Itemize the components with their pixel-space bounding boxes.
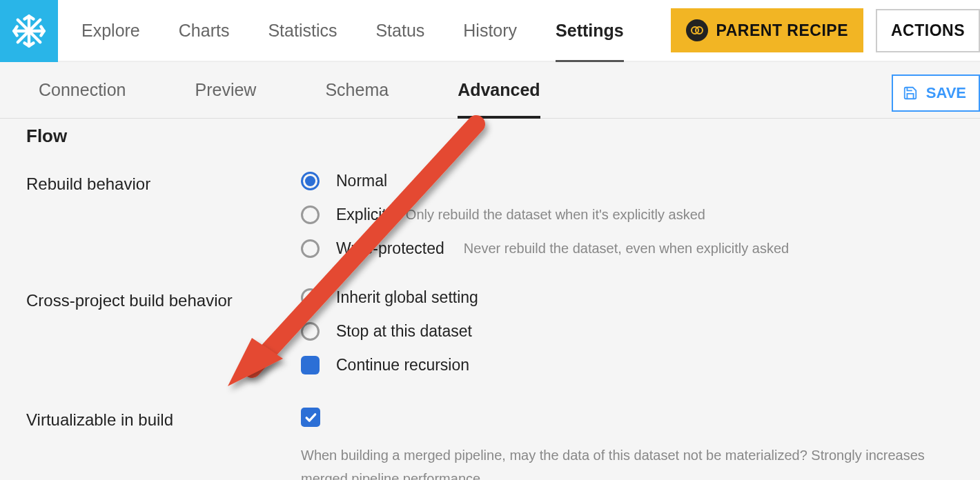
subtab-preview[interactable]: Preview (195, 62, 256, 119)
check-icon (304, 410, 317, 424)
virtualizable-checkbox[interactable] (301, 408, 320, 427)
cross-project-row: Cross-project build behavior Inherit glo… (26, 288, 980, 374)
option-stop[interactable]: Stop at this dataset (301, 322, 478, 341)
settings-content: Flow Rebuild behavior Normal Explicit On… (0, 126, 980, 480)
option-explicit[interactable]: Explicit Only rebuild the dataset when i… (301, 206, 789, 224)
snowflake-logo (0, 0, 58, 62)
virtualizable-row: Virtualizable in build When building a m… (26, 408, 980, 480)
save-button[interactable]: SAVE (892, 74, 980, 112)
label-explicit: Explicit (336, 206, 386, 224)
label-write-protected: Write-protected (336, 239, 444, 258)
radio-normal[interactable] (301, 172, 320, 190)
save-icon (903, 86, 918, 101)
subtab-advanced[interactable]: Advanced (458, 62, 540, 119)
option-inherit[interactable]: Inherit global setting (301, 288, 478, 307)
radio-write-protected[interactable] (301, 239, 320, 258)
subtab-schema[interactable]: Schema (325, 62, 389, 119)
tab-explore[interactable]: Explore (81, 0, 140, 61)
rebuild-behavior-row: Rebuild behavior Normal Explicit Only re… (26, 172, 980, 258)
radio-inherit[interactable] (301, 288, 320, 307)
flow-heading: Flow (26, 126, 980, 147)
parent-recipe-button[interactable]: PARENT RECIPE (671, 8, 863, 52)
sub-tabs: Connection Preview Schema Advanced (39, 62, 540, 119)
tab-settings[interactable]: Settings (556, 0, 624, 61)
rebuild-options: Normal Explicit Only rebuild the dataset… (301, 172, 789, 258)
hint-explicit: Only rebuild the dataset when it's expli… (406, 207, 705, 223)
virtualizable-label: Virtualizable in build (26, 408, 301, 430)
recipe-icon (686, 19, 708, 41)
radio-continue[interactable] (301, 356, 320, 374)
virtualizable-hint: When building a merged pipeline, may the… (301, 443, 963, 480)
virtualizable-control: When building a merged pipeline, may the… (301, 408, 963, 480)
radio-explicit[interactable] (301, 206, 320, 224)
tab-history[interactable]: History (463, 0, 517, 61)
label-inherit: Inherit global setting (336, 288, 478, 307)
tab-charts[interactable]: Charts (179, 0, 230, 61)
actions-button[interactable]: ACTIONS (876, 9, 980, 52)
rebuild-behavior-label: Rebuild behavior (26, 172, 301, 194)
subtab-connection[interactable]: Connection (39, 62, 126, 119)
radio-stop[interactable] (301, 322, 320, 341)
hint-write-protected: Never rebuild the dataset, even when exp… (464, 241, 789, 257)
option-write-protected[interactable]: Write-protected Never rebuild the datase… (301, 239, 789, 258)
option-continue[interactable]: Continue recursion (301, 356, 478, 374)
tab-status[interactable]: Status (375, 0, 424, 61)
option-normal[interactable]: Normal (301, 172, 789, 190)
label-normal: Normal (336, 172, 387, 190)
save-label: SAVE (926, 84, 966, 102)
top-bar: Explore Charts Statistics Status History… (0, 0, 980, 62)
main-tabs: Explore Charts Statistics Status History… (58, 0, 671, 61)
cross-project-label: Cross-project build behavior (26, 288, 301, 310)
label-stop: Stop at this dataset (336, 322, 472, 341)
top-actions: PARENT RECIPE ACTIONS (671, 0, 980, 61)
cross-project-options: Inherit global setting Stop at this data… (301, 288, 478, 374)
tab-statistics[interactable]: Statistics (268, 0, 337, 61)
label-continue: Continue recursion (336, 356, 469, 374)
parent-recipe-label: PARENT RECIPE (716, 21, 848, 40)
sub-bar: Connection Preview Schema Advanced SAVE (0, 62, 980, 119)
